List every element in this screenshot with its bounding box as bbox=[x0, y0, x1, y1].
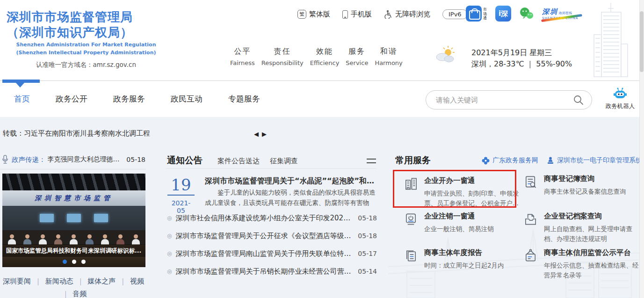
notice-list-item[interactable]: ◎ 深圳市市场监督管理局南山监管局关于停用失联单位特种设备的公... 05-17 bbox=[167, 245, 377, 262]
app-icons: 市场通 i深 深圳政府在线 SHENZHEN CHINA bbox=[466, 6, 582, 22]
next-arrow-icon[interactable]: ▶ bbox=[262, 131, 267, 138]
notice-item-title: 深圳市市场监督管理局关于公开征求《会议型酒店等级划分与评定... bbox=[175, 232, 352, 240]
scrollbar-track[interactable] bbox=[639, 0, 644, 298]
person-figure bbox=[86, 234, 94, 245]
value-efficiency: 效能 Efficiency bbox=[310, 47, 340, 66]
carousel-photo[interactable]: 深圳智慧市场监管 国家市场监管总局科技和财务司来深圳调研标识标... bbox=[2, 174, 145, 267]
carousel-dot[interactable] bbox=[63, 260, 67, 264]
value-en: Harmony bbox=[375, 59, 402, 66]
traditional-version-link[interactable]: 繁 繁体版 bbox=[297, 10, 330, 19]
tab-notices[interactable]: 通知公告 bbox=[167, 154, 203, 167]
pinwheel-icon bbox=[482, 157, 490, 165]
ipv6-badge[interactable]: IPv6 bbox=[442, 9, 468, 19]
service-archive-search[interactable]: 企业登记档案查询 网上自助查档、网上受理申请查档、办理违法违规证明 bbox=[523, 211, 640, 244]
bullet-icon: ◎ bbox=[167, 233, 172, 239]
headline-ticker[interactable]: 转载：习近平在南阳市淅川县考察南水北调工程 bbox=[3, 129, 150, 138]
tab-case-announcements[interactable]: 案件公告送达 bbox=[217, 157, 260, 166]
person-figure bbox=[116, 234, 124, 245]
services-header: 常用服务 广东政务服务网 深圳市统一电子印章管理系统 bbox=[395, 154, 642, 167]
carousel-dot[interactable] bbox=[81, 260, 86, 264]
service-desc: 企业一般注销、简易注销 bbox=[424, 224, 520, 234]
nav-item-gov-info[interactable]: 政务公开 bbox=[56, 94, 87, 104]
person-figure bbox=[8, 234, 16, 245]
services-title: 常用服务 bbox=[395, 154, 431, 167]
link-news-updates[interactable]: 新闻动态 bbox=[44, 277, 74, 285]
traditional-label: 繁体版 bbox=[309, 10, 330, 19]
carousel-caption[interactable]: 国家市场监管总局科技和财务司来深圳调研标识标... bbox=[2, 244, 145, 257]
utility-links: 繁 繁体版 手机版 无障碍浏览 IPv6 bbox=[297, 9, 468, 19]
person-figure bbox=[54, 234, 62, 245]
wechat-icon[interactable] bbox=[519, 7, 535, 21]
notice-list-item[interactable]: ◎ 深圳市市场监督管理局关于吊销长期停业未经营公司营业执照的公... 05-14 bbox=[167, 262, 377, 280]
search-icon[interactable] bbox=[573, 94, 584, 106]
service-annual-report[interactable]: 商事主体年度报告 时间：成立周年之日起2月内 bbox=[403, 248, 520, 270]
nav-item-interaction[interactable]: 政民互动 bbox=[171, 94, 203, 104]
service-registry-search[interactable]: 商事登记簿查询 商事主体登记及备案信息查询 bbox=[523, 174, 640, 196]
ishenzhen-app-icon[interactable]: i深 bbox=[495, 6, 511, 22]
voice-label[interactable]: 政声传递： bbox=[12, 155, 46, 164]
service-name: 商事主体年度报告 bbox=[424, 248, 520, 258]
site-logo[interactable]: 深圳市市场监督管理局 （深圳市知识产权局） Shenzhen Administr… bbox=[7, 9, 175, 69]
nav-item-special[interactable]: 专题服务 bbox=[228, 94, 260, 104]
notice-item-title: 深圳市市场监督管理局南山监管局关于停用失联单位特种设备的公... bbox=[175, 249, 352, 258]
featured-notice-title[interactable]: 深圳市市场监督管理局关于“水晶泥”“起泡胶”和“... bbox=[205, 176, 377, 186]
report-icon bbox=[403, 248, 419, 264]
header-divider bbox=[0, 80, 644, 81]
value-zh: 和谐 bbox=[375, 47, 402, 57]
bullet-icon: ◎ bbox=[167, 250, 172, 257]
gov-robot-button[interactable]: 政务机器人 bbox=[603, 87, 637, 110]
photo-people-row bbox=[2, 230, 145, 245]
more-menu-icon[interactable] bbox=[367, 159, 376, 166]
value-zh: 公平 bbox=[230, 47, 255, 57]
notice-item-title: 深圳市市场监督管理局关于吊销长期停业未经营公司营业执照的公... bbox=[175, 267, 352, 276]
service-desc: 年报公示信息、抽查检查结果、经营异常名录等 bbox=[544, 261, 640, 280]
service-company-cancellation[interactable]: 企业注销一窗通 企业一般注销、简易注销 bbox=[403, 211, 520, 234]
accessibility-link[interactable]: 无障碍浏览 bbox=[384, 10, 430, 19]
official-domain-note: 认准唯一官方域名：amr.sz.gov.cn bbox=[7, 61, 166, 69]
ticker-arrows: ◀ ▶ bbox=[254, 131, 267, 138]
nav-item-gov-services[interactable]: 政务服务 bbox=[113, 94, 145, 104]
person-figure bbox=[132, 234, 140, 245]
voice-news-row: 政声传递： 李克强同意大利总理德拉吉通电... 05-18 bbox=[1, 155, 145, 164]
nav-item-home[interactable]: 首页 bbox=[14, 94, 30, 104]
value-en: Responsibility bbox=[261, 59, 304, 66]
search-box bbox=[426, 90, 592, 109]
service-desc: 商事主体登记及备案信息查询 bbox=[544, 187, 640, 196]
scrollbar-thumb[interactable] bbox=[640, 11, 644, 72]
weather-detail: 深圳，28-33℃ ｜ 55%-90% bbox=[471, 58, 572, 70]
featured-date-block[interactable]: 19 2021-05 bbox=[167, 176, 195, 214]
voice-title[interactable]: 李克强同意大利总理德拉吉通电... bbox=[48, 155, 124, 164]
link-shenzhen-news[interactable]: 深圳要闻 bbox=[2, 277, 32, 285]
link-separator: ｜ bbox=[59, 290, 72, 298]
prev-arrow-icon[interactable]: ◀ bbox=[254, 131, 259, 138]
notice-list-item[interactable]: ◎ 深圳市市场监督管理局关于公开征求《会议型酒店等级划分与评定... 05-18 bbox=[167, 227, 377, 245]
power-device-icon bbox=[403, 211, 419, 227]
notice-list-item[interactable]: ◎ 深圳市社会信用体系建设统筹小组办公室关于印发2021年深圳市... 05-1… bbox=[167, 209, 377, 227]
person-figure bbox=[101, 234, 109, 245]
guangdong-service-link[interactable]: 广东政务服务网 bbox=[482, 156, 538, 165]
shenzhen-china-logo[interactable]: 深圳政府在线 SHENZHEN CHINA bbox=[542, 7, 582, 20]
core-values: 公平 Fairness 责任 Responsibility 效能 Efficie… bbox=[230, 47, 403, 66]
shichangtong-app-icon[interactable]: 市场通 bbox=[466, 6, 488, 22]
service-name: 商事主体信用监管公示平台 bbox=[544, 248, 640, 258]
value-responsibility: 责任 Responsibility bbox=[261, 47, 304, 66]
site-title-line1: 深圳市市场监督管理局 bbox=[7, 9, 175, 25]
link-audio[interactable]: 音频 bbox=[72, 290, 87, 298]
notice-divider bbox=[166, 168, 376, 169]
link-video[interactable]: 视频 bbox=[129, 277, 145, 285]
tab-surveys[interactable]: 征集调查 bbox=[270, 157, 298, 166]
eseal-system-link[interactable]: 深圳市统一电子印章管理系统 bbox=[547, 156, 642, 165]
person-figure bbox=[23, 234, 31, 245]
mobile-version-link[interactable]: 手机版 bbox=[342, 10, 372, 19]
site-title-en1: Shenzhen Administration For Market Regul… bbox=[7, 42, 166, 48]
link-media-voice[interactable]: 媒体之声 bbox=[87, 277, 116, 285]
search-input[interactable] bbox=[426, 96, 573, 104]
service-credit-platform[interactable]: 商事主体信用监管公示平台 年报公示信息、抽查检查结果、经营异常名录等 bbox=[523, 248, 640, 280]
accessibility-icon bbox=[384, 10, 392, 19]
left-divider bbox=[0, 169, 146, 169]
link-separator: ｜ bbox=[32, 277, 44, 285]
carousel-dot[interactable] bbox=[72, 260, 76, 264]
photo-wall-banner: 深圳智慧市场监管 bbox=[2, 190, 145, 206]
accessibility-label: 无障碍浏览 bbox=[395, 10, 430, 19]
value-en: Efficiency bbox=[310, 59, 340, 66]
